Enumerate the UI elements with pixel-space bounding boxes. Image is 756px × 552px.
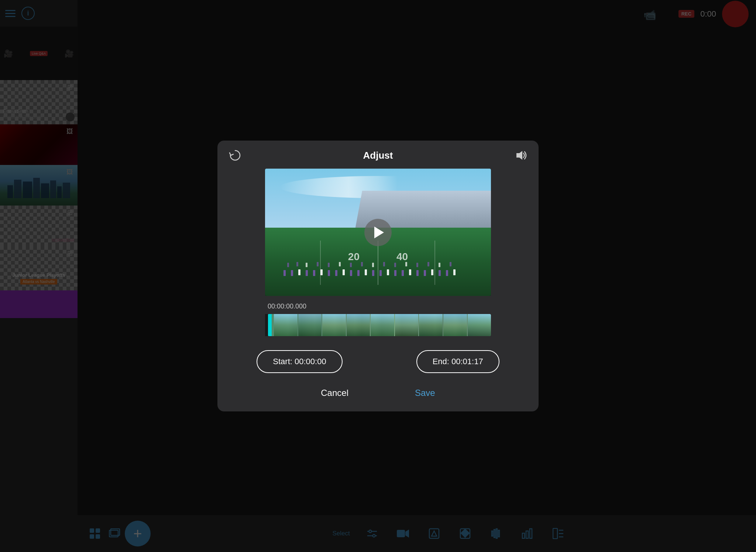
filmstrip-frame <box>322 314 346 336</box>
modal-overlay: Adjust 20 40 <box>0 0 756 552</box>
timeline-strip-container[interactable] <box>265 314 491 336</box>
volume-button[interactable] <box>513 148 528 163</box>
filmstrip-frame <box>274 314 298 336</box>
filmstrip-frame <box>443 314 467 336</box>
modal-header: Adjust <box>217 141 539 169</box>
filmstrip-frame <box>371 314 394 336</box>
rotate-button[interactable] <box>228 148 243 163</box>
filmstrip-frame <box>395 314 419 336</box>
video-preview: 20 40 <box>265 169 491 296</box>
filmstrip-frame <box>468 314 491 336</box>
cancel-button[interactable]: Cancel <box>321 388 348 398</box>
filmstrip <box>274 314 491 336</box>
play-icon <box>374 227 384 238</box>
start-trim-button[interactable]: Start: 00:00:00 <box>257 350 342 373</box>
end-trim-button[interactable]: End: 00:01:17 <box>416 350 499 373</box>
timeline-playhead[interactable] <box>268 314 272 336</box>
modal-actions: Cancel Save <box>321 388 435 398</box>
filmstrip-frame <box>298 314 322 336</box>
modal-title: Adjust <box>363 150 393 161</box>
filmstrip-frame <box>347 314 370 336</box>
filmstrip-frame <box>419 314 443 336</box>
trim-buttons: Start: 00:00:00 End: 00:01:17 <box>257 350 499 373</box>
play-button[interactable] <box>364 219 392 246</box>
timeline-strip <box>268 314 491 336</box>
save-button[interactable]: Save <box>415 388 435 398</box>
timecode-display: 00:00:00.000 <box>268 303 306 310</box>
svg-marker-38 <box>516 151 522 160</box>
adjust-modal: Adjust 20 40 <box>217 141 539 411</box>
